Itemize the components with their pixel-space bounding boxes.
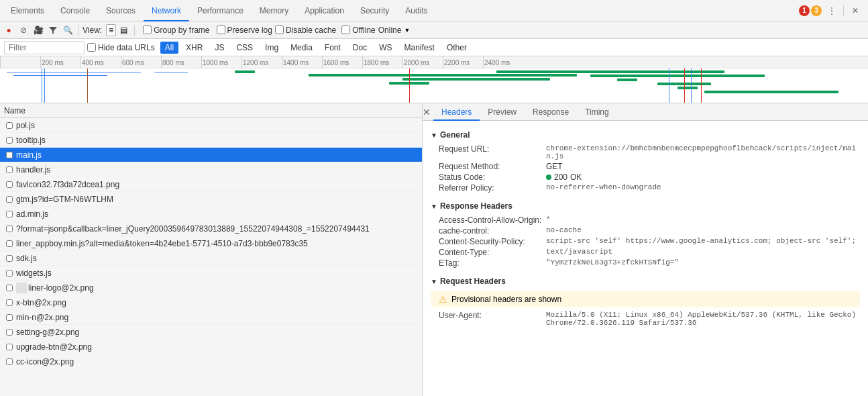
tab-elements[interactable]: Elements [3,0,52,21]
close-headers-button[interactable]: ✕ [423,107,431,117]
tick-400ms: 400 ms [80,56,104,68]
row-checkbox[interactable] [6,166,13,173]
filter-img-button[interactable]: Img [260,42,283,54]
tab-sources[interactable]: Sources [98,0,144,21]
view-icons: ≡ ▤ [106,24,130,36]
content-type-label: Content-Type: [439,248,546,257]
requests-rows[interactable]: pol.js tooltip.js main.js handler.js [0,118,422,396]
table-row[interactable]: tooltip.js [0,133,422,148]
headers-tab-headers[interactable]: Headers [433,103,480,121]
table-row[interactable]: ?format=jsonp&callback=liner_jQuery20003… [0,221,422,236]
stop-button[interactable]: ⊘ [17,24,30,36]
table-row[interactable]: upgrade-btn@2x.png [0,340,422,354]
row-checkbox[interactable] [6,152,13,158]
filter-doc-button[interactable]: Doc [348,42,372,54]
tab-console[interactable]: Console [52,0,98,21]
row-checkbox[interactable] [6,329,13,336]
filter-ws-button[interactable]: WS [374,42,396,54]
table-row[interactable]: sdk.js [0,251,422,266]
row-checkbox[interactable] [6,196,13,203]
online-select[interactable]: Online [378,26,402,35]
hide-data-urls-text: Hide data URLs [98,43,155,52]
table-row[interactable]: ad.min.js [0,207,422,221]
table-row[interactable]: pol.js [0,118,422,133]
search-button[interactable]: 🔍 [62,24,74,36]
table-row[interactable]: x-btn@2x.png [0,295,422,310]
table-row[interactable]: main.js [0,148,422,162]
tab-audits[interactable]: Audits [397,0,435,21]
request-name: favicon32.7f3da72dcea1.png [16,180,422,189]
table-row[interactable]: handler.js [0,162,422,177]
table-row[interactable]: cc-icon@2x.png [0,354,422,369]
tab-network[interactable]: Network [144,0,189,21]
close-button[interactable]: ✕ [849,5,861,17]
more-button[interactable]: ⋮ [826,5,838,17]
filter-all-button[interactable]: All [160,42,178,54]
row-checkbox[interactable] [6,358,13,365]
red-vline-2 [684,68,685,103]
row-checkbox[interactable] [6,270,13,277]
general-section-title[interactable]: ▼ General [431,128,860,142]
table-row[interactable]: min-n@2x.png [0,310,422,325]
headers-panel: ✕ Headers Preview Response Timing ▼ Gene… [423,103,868,396]
group-by-frame-checkbox-label[interactable]: Group by frame [139,24,213,36]
status-ok-text: OK [570,172,582,182]
tab-performance[interactable]: Performance [189,0,252,21]
screenshot-button[interactable]: 🎥 [32,24,44,36]
table-row[interactable]: widgets.js [0,266,422,281]
filter-font-button[interactable]: Font [320,42,345,54]
row-checkbox-cell [3,358,16,365]
tab-security[interactable]: Security [352,0,397,21]
tab-memory[interactable]: Memory [252,0,296,21]
filter-input[interactable] [4,41,85,54]
filter-xhr-button[interactable]: XHR [181,42,207,54]
hide-data-urls-checkbox[interactable] [87,43,96,52]
csp-label: Content-Security-Policy: [439,237,546,246]
filter-other-button[interactable]: Other [442,42,472,54]
filter-manifest-button[interactable]: Manifest [400,42,439,54]
table-row[interactable]: liner-logo@2x.png [0,281,422,295]
table-row[interactable]: gtm.js?id=GTM-N6WTLHM [0,192,422,207]
filter-button[interactable] [47,24,59,36]
record-button[interactable]: ● [3,24,15,36]
preserve-log-label[interactable]: Preserve log [217,26,272,35]
table-row[interactable]: liner_appboy.min.js?alt=media&token=4b24… [0,236,422,251]
offline-label[interactable]: Offline [341,26,375,35]
response-headers-section-title[interactable]: ▼ Response Headers [431,199,860,213]
tab-application[interactable]: Application [296,0,352,21]
row-checkbox[interactable] [6,314,13,321]
disable-cache-checkbox[interactable] [275,26,284,34]
headers-tab-timing[interactable]: Timing [577,103,617,121]
row-checkbox[interactable] [6,344,13,350]
group-by-frame-checkbox[interactable] [143,26,152,34]
row-checkbox[interactable] [6,122,13,129]
hide-data-urls-label[interactable]: Hide data URLs [87,43,155,52]
table-row[interactable]: setting-g@2x.png [0,325,422,340]
row-checkbox[interactable] [6,285,13,291]
request-method-value: GET [546,162,563,171]
row-checkbox[interactable] [6,240,13,247]
filter-js-button[interactable]: JS [210,42,229,54]
row-checkbox[interactable] [6,255,13,262]
headers-tab-response[interactable]: Response [525,103,577,121]
row-checkbox[interactable] [6,299,13,306]
filter-css-button[interactable]: CSS [231,42,258,54]
row-checkbox[interactable] [6,226,13,232]
content-type-value: text/javascript [546,248,612,257]
row-checkbox[interactable] [6,181,13,188]
row-checkbox[interactable] [6,211,13,217]
table-row[interactable]: favicon32.7f3da72dcea1.png [0,177,422,192]
filter-media-button[interactable]: Media [286,42,317,54]
offline-checkbox[interactable] [341,26,350,34]
view-list-button[interactable]: ≡ [106,24,116,36]
headers-tabs: ✕ Headers Preview Response Timing [423,103,868,121]
request-headers-section-title[interactable]: ▼ Request Headers [431,274,860,289]
row-checkbox[interactable] [6,137,13,144]
view-large-button[interactable]: ▤ [117,24,130,36]
content-type-row: Content-Type: text/javascript [431,247,860,258]
user-agent-value: Mozilla/5.0 (X11; Linux x86_64) AppleWeb… [546,311,860,327]
request-name: upgrade-btn@2x.png [16,342,422,352]
headers-tab-preview[interactable]: Preview [480,103,525,121]
preserve-log-checkbox[interactable] [217,26,225,34]
disable-cache-label[interactable]: Disable cache [275,26,336,35]
